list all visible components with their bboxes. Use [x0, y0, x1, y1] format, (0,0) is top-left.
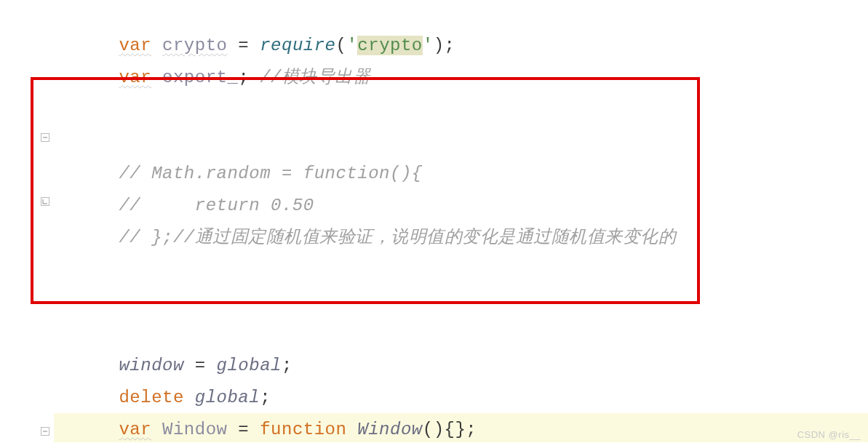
- comment: //模块导出器: [260, 68, 370, 87]
- fold-minus-icon[interactable]: [41, 427, 49, 436]
- semicolon: ;: [238, 68, 249, 87]
- code-line-current[interactable]: Object.defineProperties(Window.prototype…: [54, 416, 868, 443]
- var-name: export_: [162, 68, 238, 87]
- code-line[interactable]: delete global;: [54, 352, 868, 383]
- fold-end-icon: [41, 197, 49, 206]
- gutter: [0, 0, 54, 443]
- code-line[interactable]: // return 0.50: [54, 160, 868, 191]
- watermark: CSDN @ris__: [797, 429, 861, 440]
- code-line[interactable]: // };//通过固定随机值来验证，说明值的变化是通过随机值来变化的: [54, 192, 868, 223]
- keyword-var: var: [119, 68, 151, 87]
- code-line[interactable]: // Math.random = function(){: [54, 128, 868, 159]
- code-line[interactable]: var Window = function Window(){};: [54, 384, 868, 415]
- code-editor[interactable]: var crypto = require('crypto'); var expo…: [0, 0, 868, 443]
- comment: // };//通过固定随机值来验证，说明值的变化是通过随机值来变化的: [119, 228, 676, 247]
- code-line[interactable]: window = global;: [54, 320, 868, 351]
- code-line[interactable]: var crypto = require('crypto');: [54, 0, 868, 31]
- code-line[interactable]: var export_; //模块导出器: [54, 32, 868, 63]
- code-area[interactable]: var crypto = require('crypto'); var expo…: [54, 0, 868, 443]
- svg-rect-2: [41, 198, 49, 206]
- fold-minus-icon[interactable]: [41, 133, 49, 142]
